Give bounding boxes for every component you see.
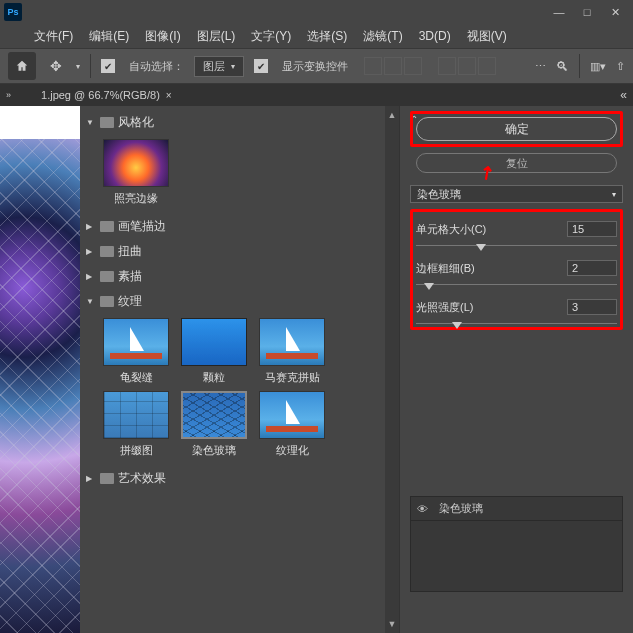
category-sketch[interactable]: ▶ 素描 — [86, 264, 379, 289]
transform-checkbox[interactable]: ✔ — [254, 59, 268, 73]
annotation-highlight: 单元格大小(C) 边框粗细(B) — [410, 209, 623, 330]
search-icon[interactable]: 🔍︎ — [556, 59, 569, 74]
menu-3d[interactable]: 3D(D) — [415, 27, 455, 45]
image-preview — [0, 139, 80, 633]
param-light-label: 光照强度(L) — [416, 300, 473, 315]
canvas-preview — [0, 106, 80, 633]
transform-label: 显示变换控件 — [282, 59, 348, 74]
collapse-icon: ▼ — [86, 118, 96, 127]
param-light-slider[interactable] — [416, 323, 617, 324]
menu-type[interactable]: 文字(Y) — [247, 26, 295, 47]
param-border-label: 边框粗细(B) — [416, 261, 475, 276]
autoselect-checkbox[interactable]: ✔ — [101, 59, 115, 73]
scroll-down-icon[interactable]: ▼ — [388, 619, 397, 629]
panel-chevron-icon[interactable]: » — [6, 90, 11, 100]
align-icon[interactable] — [458, 57, 476, 75]
category-label: 素描 — [118, 268, 142, 285]
title-bar: Ps — □ ✕ — [0, 0, 633, 24]
visibility-icon[interactable]: 👁 — [417, 503, 431, 515]
filter-select-value: 染色玻璃 — [417, 187, 461, 202]
annotation-highlight: 确定 — [410, 111, 623, 147]
collapse-icon: ▼ — [86, 297, 96, 306]
select-value: 图层 — [203, 59, 225, 74]
overflow-icon[interactable]: ⋯ — [535, 60, 546, 73]
category-label: 扭曲 — [118, 243, 142, 260]
filter-select[interactable]: 染色玻璃 ▾ — [410, 185, 623, 203]
expand-icon: ▶ — [86, 474, 96, 483]
minimize-button[interactable]: — — [545, 3, 573, 21]
menu-image[interactable]: 图像(I) — [141, 26, 184, 47]
reset-button[interactable]: 复位 ↗ — [416, 153, 617, 173]
menu-select[interactable]: 选择(S) — [303, 26, 351, 47]
menu-edit[interactable]: 编辑(E) — [85, 26, 133, 47]
param-light-input[interactable] — [567, 299, 617, 315]
photoshop-icon: Ps — [4, 3, 22, 21]
divider — [90, 54, 91, 78]
category-artistic[interactable]: ▶ 艺术效果 — [86, 466, 379, 491]
expand-icon: ▶ — [86, 247, 96, 256]
options-bar: ✥ ▾ ✔ 自动选择： 图层 ▾ ✔ 显示变换控件 ⋯ 🔍︎ ▥▾ ⇧ — [0, 48, 633, 84]
home-button[interactable] — [8, 52, 36, 80]
folder-icon — [100, 473, 114, 484]
menu-bar: 文件(F) 编辑(E) 图像(I) 图层(L) 文字(Y) 选择(S) 滤镜(T… — [0, 24, 633, 48]
close-button[interactable]: ✕ — [601, 3, 629, 21]
filter-thumb-mosaic-tiles[interactable]: 马赛克拼贴 — [256, 318, 328, 385]
align-icon[interactable] — [364, 57, 382, 75]
param-cell-slider[interactable] — [416, 245, 617, 246]
category-distort[interactable]: ▶ 扭曲 — [86, 239, 379, 264]
scroll-up-icon[interactable]: ▲ — [388, 110, 397, 120]
category-label: 画笔描边 — [118, 218, 166, 235]
scrollbar[interactable]: ▲ ▼ — [385, 106, 399, 633]
align-icon[interactable] — [404, 57, 422, 75]
autoselect-label: 自动选择： — [129, 59, 184, 74]
effect-layers-panel: 👁 染色玻璃 — [410, 496, 623, 592]
filter-gallery: ▼ 风格化 照亮边缘 ▶ 画笔描边 ▶ — [80, 106, 633, 633]
menu-layer[interactable]: 图层(L) — [193, 26, 240, 47]
filter-thumb-grain[interactable]: 颗粒 — [178, 318, 250, 385]
menu-filter[interactable]: 滤镜(T) — [359, 26, 406, 47]
folder-icon — [100, 117, 114, 128]
close-tab-icon[interactable]: × — [166, 90, 172, 101]
param-cell-input[interactable] — [567, 221, 617, 237]
param-border-input[interactable] — [567, 260, 617, 276]
align-icon[interactable] — [384, 57, 402, 75]
folder-icon — [100, 221, 114, 232]
share-icon[interactable]: ⇧ — [616, 60, 625, 73]
menu-view[interactable]: 视图(V) — [463, 26, 511, 47]
autoselect-target-select[interactable]: 图层 ▾ — [194, 56, 244, 77]
panel-chevron-icon[interactable]: « — [620, 88, 627, 102]
divider — [579, 54, 580, 78]
menu-file[interactable]: 文件(F) — [30, 26, 77, 47]
category-label: 纹理 — [118, 293, 142, 310]
param-border-slider[interactable] — [416, 284, 617, 285]
document-tab[interactable]: 1.jpeg @ 66.7%(RGB/8) — [41, 89, 160, 101]
expand-icon: ▶ — [86, 272, 96, 281]
category-stylize[interactable]: ▼ 风格化 — [86, 110, 379, 135]
param-cell-label: 单元格大小(C) — [416, 222, 486, 237]
category-label: 艺术效果 — [118, 470, 166, 487]
arrange-icon[interactable]: ▥▾ — [590, 60, 606, 73]
filter-thumb-patchwork[interactable]: 拼缀图 — [100, 391, 172, 458]
maximize-button[interactable]: □ — [573, 3, 601, 21]
chevron-down-icon: ▾ — [231, 62, 235, 71]
dropdown-caret-icon[interactable]: ▾ — [76, 62, 80, 71]
category-texture[interactable]: ▼ 纹理 — [86, 289, 379, 314]
document-tabs: » 1.jpeg @ 66.7%(RGB/8) × « — [0, 84, 633, 106]
folder-icon — [100, 246, 114, 257]
thumb-label: 照亮边缘 — [114, 191, 158, 206]
filter-thumb-craquelure[interactable]: 龟裂缝 — [100, 318, 172, 385]
filter-thumb-stained-glass[interactable]: 染色玻璃 — [178, 391, 250, 458]
align-icon[interactable] — [438, 57, 456, 75]
filter-thumb-glowing-edges[interactable]: 照亮边缘 — [100, 139, 172, 206]
category-brush-strokes[interactable]: ▶ 画笔描边 — [86, 214, 379, 239]
filter-thumb-texturizer[interactable]: 纹理化 — [256, 391, 328, 458]
chevron-down-icon: ▾ — [612, 190, 616, 199]
move-tool-icon[interactable]: ✥ — [46, 58, 66, 74]
annotation-arrow: ↗ — [474, 160, 499, 187]
ok-button[interactable]: 确定 — [416, 117, 617, 141]
category-label: 风格化 — [118, 114, 154, 131]
align-icon[interactable] — [478, 57, 496, 75]
folder-icon — [100, 296, 114, 307]
expand-icon: ▶ — [86, 222, 96, 231]
layer-name[interactable]: 染色玻璃 — [439, 501, 483, 516]
